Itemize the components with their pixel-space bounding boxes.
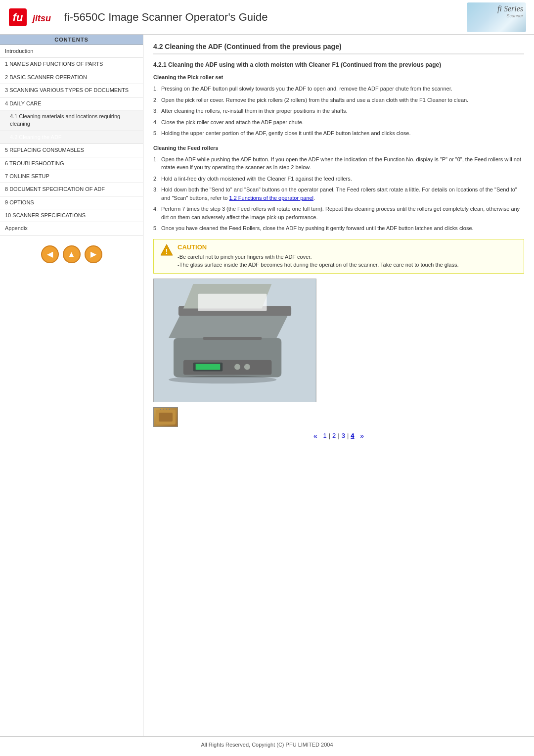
footer-copyright: All Rights Reserved, Copyright (C) PFU L…	[201, 742, 333, 748]
step-feed-2: Hold a lint-free dry cloth moistened wit…	[153, 173, 524, 185]
sidebar-item-names[interactable]: 1 NAMES AND FUNCTIONS OF PARTS	[0, 58, 143, 71]
step-feed-3: Hold down both the "Send to" and "Scan" …	[153, 184, 524, 203]
pagination-page-2[interactable]: 2	[332, 432, 336, 439]
sidebar-item-clean-mat[interactable]: 4.1 Cleaning materials and locations req…	[0, 110, 143, 131]
caution-content: CAUTION -Be careful not to pinch your fi…	[178, 243, 458, 269]
fujitsu-logo: fu jitsu	[8, 7, 52, 27]
svg-point-15	[169, 376, 276, 383]
pick-roller-steps: Pressing on the ADF button pull slowly t…	[153, 83, 524, 139]
feed-roller-steps: Open the ADF while pushing the ADF butto…	[153, 154, 524, 234]
fi-series-text: fi Series	[497, 4, 523, 13]
main-content: 4.2 Cleaning the ADF (Continued from the…	[143, 35, 534, 736]
contents-header: CONTENTS	[0, 35, 143, 45]
svg-text:jitsu: jitsu	[32, 13, 51, 23]
sidebar-item-appendix[interactable]: Appendix	[0, 222, 143, 235]
pagination: « 1 | 2 | 3 | 4 »	[153, 432, 524, 440]
pick-roller-heading: Cleaning the Pick roller set	[153, 74, 524, 80]
sidebar-item-online[interactable]: 7 ONLINE SETUP	[0, 170, 143, 183]
caution-box: ! CAUTION -Be careful not to pinch your …	[153, 239, 524, 274]
step-pick-1: Pressing on the ADF button pull slowly t…	[153, 83, 524, 94]
svg-rect-16	[203, 337, 262, 340]
sidebar-item-intro[interactable]: Introduction	[0, 45, 143, 58]
caution-icon: !	[160, 243, 174, 260]
header: fu jitsu fi-5650C Image Scanner Operator…	[0, 0, 534, 35]
svg-point-14	[244, 364, 250, 370]
pagination-last[interactable]: »	[360, 432, 364, 440]
step-pick-3: After cleaning the rollers, re-install t…	[153, 105, 524, 117]
nav-up-button[interactable]: ▲	[63, 245, 81, 263]
small-logo-icon	[153, 407, 178, 427]
sidebar-item-scanner-spec[interactable]: 10 SCANNER SPECIFICATIONS	[0, 209, 143, 222]
main-layout: CONTENTS Introduction 1 NAMES AND FUNCTI…	[0, 35, 534, 736]
step-feed-4: Perform 7 times the step 3 (the Feed rol…	[153, 203, 524, 223]
footer: All Rights Reserved, Copyright (C) PFU L…	[0, 736, 534, 753]
warning-triangle-icon: !	[160, 243, 174, 257]
step-feed-5: Once you have cleaned the Feed Rollers, …	[153, 223, 524, 234]
svg-text:fu: fu	[13, 11, 23, 24]
scanner-illustration	[154, 279, 316, 402]
svg-rect-17	[198, 293, 267, 311]
sidebar-item-docspec[interactable]: 8 DOCUMENT SPECIFICATION OF ADF	[0, 183, 143, 196]
scanner-image	[153, 279, 316, 402]
small-chip-icon	[155, 409, 177, 425]
step-pick-2: Open the pick roller cover. Remove the p…	[153, 94, 524, 106]
section-421-title: 4.2.1 Cleaning the ADF using with a clot…	[153, 61, 524, 68]
pagination-first[interactable]: «	[313, 432, 317, 440]
step-pick-4: Close the pick roller cover and attach t…	[153, 117, 524, 128]
sidebar-item-trouble[interactable]: 6 TROUBLESHOOTING	[0, 157, 143, 170]
sidebar-item-daily[interactable]: 4 DAILY CARE	[0, 97, 143, 110]
feed-rollers-heading: Cleaning the Feed rollers	[153, 145, 524, 151]
sidebar-item-scanning[interactable]: 3 SCANNING VARIOUS TYPES OF DOCUMENTS	[0, 84, 143, 97]
page-title-header: fi-5650C Image Scanner Operator's Guide	[64, 11, 467, 24]
sidebar-nav: ◀ ▲ ▶	[0, 236, 143, 273]
pagination-page-1[interactable]: 1	[323, 432, 326, 439]
main-section-title: 4.2 Cleaning the ADF (Continued from the…	[153, 43, 524, 54]
step-pick-5: Holding the upper center portion of the …	[153, 128, 524, 139]
caution-line-2: -The glass surface inside the ADF become…	[178, 261, 458, 269]
pagination-page-4-current[interactable]: 4	[351, 432, 354, 439]
svg-point-13	[234, 364, 240, 370]
fujitsu-logo-svg: fu jitsu	[8, 7, 52, 27]
header-title-text: fi-5650C Image Scanner Operator's Guide	[64, 11, 267, 23]
caution-line-1: -Be careful not to pinch your fingers wi…	[178, 253, 458, 261]
fi-series-logo: fi Series Scanner	[467, 2, 526, 32]
sidebar: CONTENTS Introduction 1 NAMES AND FUNCTI…	[0, 35, 143, 736]
svg-rect-12	[196, 364, 221, 370]
sidebar-item-clean-adf[interactable]: 4.2 Cleaning the ADF	[0, 131, 143, 144]
caution-title: CAUTION	[178, 243, 458, 251]
nav-back-button[interactable]: ◀	[41, 245, 59, 263]
svg-text:!: !	[166, 247, 168, 255]
nav-forward-button[interactable]: ▶	[85, 245, 102, 263]
sidebar-item-options[interactable]: 9 OPTIONS	[0, 196, 143, 209]
fi-series-sub: Scanner	[506, 13, 523, 18]
step-feed-1: Open the ADF while pushing the ADF butto…	[153, 154, 524, 173]
sidebar-item-basic[interactable]: 2 BASIC SCANNER OPERATION	[0, 71, 143, 84]
sidebar-item-replacing[interactable]: 5 REPLACING CONSUMABLES	[0, 144, 143, 157]
operator-panel-link[interactable]: 1.2 Functions of the operator panel	[229, 195, 313, 201]
pagination-page-3[interactable]: 3	[342, 432, 345, 439]
svg-rect-19	[159, 413, 173, 422]
logo-area: fu jitsu	[8, 7, 52, 27]
